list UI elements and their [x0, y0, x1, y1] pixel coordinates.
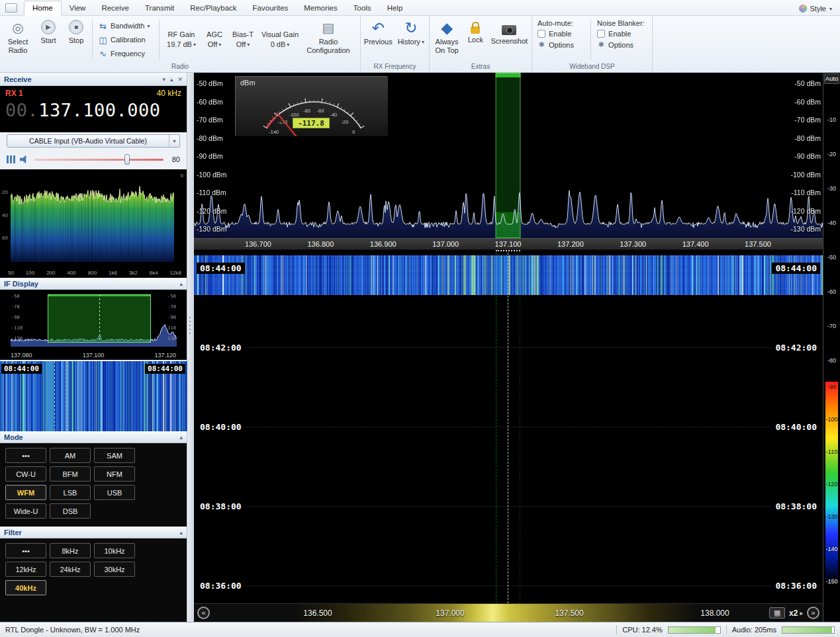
mode-button[interactable]: •••: [5, 448, 46, 463]
mode-button[interactable]: DSB: [50, 503, 91, 519]
filter-button[interactable]: 24kHz: [50, 562, 91, 577]
waterfall-timestamps: 08:44:00 08:44:00 08:42:00 08:42:00 08:4…: [194, 253, 823, 603]
audio-device-select[interactable]: CABLE Input (VB-Audio Virtual Cable) ▾: [7, 134, 180, 148]
auto-scale-button[interactable]: Auto: [824, 73, 839, 84]
mode-button[interactable]: BFM: [50, 466, 91, 482]
panel-collapse-icon[interactable]: ▴: [179, 529, 183, 536]
cpu-meter: [668, 626, 721, 634]
if-x-axis: 137.080137.100137.120: [11, 352, 176, 359]
frequency-digits[interactable]: 00.137.100.000: [5, 100, 181, 120]
select-radio-button[interactable]: ◎ Select Radio: [2, 17, 34, 62]
frequency-navigator[interactable]: « 136.500137.000137.500138.000 ▦ x2 ▸ »: [194, 603, 823, 622]
auto-mute-options-button[interactable]: ✱ Options: [537, 40, 584, 49]
frequency-button[interactable]: ∿ Frequency: [95, 48, 156, 60]
audio-spectrum[interactable]: 204060 0 501002004008001k63k26k412k8: [0, 169, 187, 278]
tuning-marker[interactable]: [496, 250, 520, 251]
ribbon-tab[interactable]: Receive: [93, 1, 137, 15]
visual-gain-button[interactable]: Visual Gain 0 dB▾: [259, 17, 301, 62]
filter-button[interactable]: 8kHz: [50, 543, 91, 558]
volume-track: [34, 159, 163, 161]
chevron-down-icon: ▾: [147, 23, 150, 29]
checkbox-icon[interactable]: [537, 30, 545, 38]
ribbon-tab[interactable]: Favourites: [245, 1, 297, 15]
start-button[interactable]: ▶ Start: [35, 17, 62, 62]
mixer-icon[interactable]: [7, 155, 15, 163]
ribbon-group-radio: ◎ Select Radio ▶ Start ■ Stop ⇆ Bandwidt…: [0, 16, 361, 72]
filter-button[interactable]: 12kHz: [5, 562, 46, 577]
frequency-display[interactable]: RX 1 40 kHz 00.137.100.000: [0, 86, 187, 132]
checkbox-icon[interactable]: [597, 30, 605, 38]
panel-menu-icon[interactable]: ▾: [162, 76, 165, 83]
panel-splitter[interactable]: [187, 73, 194, 622]
filter-button[interactable]: 10kHz: [94, 543, 135, 558]
ribbon-group-rx-frequency: ↶ Previous ↻ History▾ RX Frequency: [361, 16, 430, 72]
panel-collapse-icon[interactable]: ▴: [179, 280, 183, 287]
chevron-down-icon: ▾: [247, 42, 250, 48]
if-spectrum-canvas[interactable]: [11, 291, 177, 347]
waterfall-display[interactable]: 08:44:00 08:44:00 08:42:00 08:42:00 08:4…: [194, 253, 823, 603]
nav-scroll-left-button[interactable]: «: [197, 607, 210, 619]
gear-icon: ✱: [537, 40, 545, 49]
filter-button[interactable]: •••: [5, 543, 46, 558]
ribbon-tab[interactable]: Home: [24, 1, 62, 16]
speaker-icon[interactable]: [20, 155, 30, 164]
style-icon: [799, 5, 807, 13]
lock-button[interactable]: Lock: [463, 17, 487, 62]
history-button[interactable]: ↻ History▾: [395, 17, 427, 62]
bandwidth-button[interactable]: ⇆ Bandwidth ▾: [95, 20, 156, 32]
calibration-button[interactable]: ◫ Calibration: [95, 34, 156, 46]
mode-button[interactable]: SAM: [94, 448, 135, 463]
mode-button[interactable]: USB: [94, 485, 135, 500]
agc-button[interactable]: AGC Off▾: [202, 17, 227, 62]
chevron-down-icon[interactable]: ▾: [169, 135, 179, 147]
nav-scroll-right-button[interactable]: »: [807, 607, 819, 619]
volume-slider-thumb[interactable]: [124, 154, 130, 165]
chevron-down-icon: ▾: [193, 42, 196, 48]
ribbon-group-extras: ◆ Always On Top Lock Screenshot Extras: [430, 16, 532, 72]
filter-button[interactable]: 40kHz: [5, 580, 46, 595]
mode-button[interactable]: Wide-U: [5, 503, 46, 519]
radio-configuration-button[interactable]: ▤ Radio Configuration: [303, 17, 354, 62]
mode-button[interactable]: NFM: [94, 466, 135, 482]
bias-t-button[interactable]: Bias-T Off▾: [228, 17, 257, 62]
ribbon-tab[interactable]: Tools: [346, 1, 379, 15]
filter-button[interactable]: 30kHz: [94, 562, 135, 577]
ribbon-tab[interactable]: Memories: [296, 1, 345, 15]
if-display[interactable]: 137.080137.100137.120: [0, 290, 187, 360]
style-selector[interactable]: Style ▾: [791, 5, 840, 15]
screenshot-button[interactable]: Screenshot: [489, 17, 530, 62]
ribbon-tab[interactable]: Help: [379, 1, 411, 15]
stop-button[interactable]: ■ Stop: [63, 17, 89, 62]
frequency-icon: ∿: [98, 49, 108, 59]
zoom-control[interactable]: x2 ▸: [789, 609, 803, 618]
audio-meter: [782, 626, 835, 634]
volume-slider[interactable]: [34, 154, 163, 165]
chevron-down-icon: ▾: [829, 6, 832, 12]
app-menu-icon[interactable]: [5, 3, 17, 13]
spectrum-x-axis[interactable]: 136.700136.800136.900137.000137.100137.2…: [194, 238, 823, 250]
signal-meter: dBm -117.8: [235, 76, 387, 136]
spectrum-display[interactable]: dBm -117.8 -50 dBm-60 dBm-70 dBm-80 dBm-…: [194, 73, 823, 238]
keyboard-icon[interactable]: ▦: [769, 607, 785, 618]
previous-frequency-button[interactable]: ↶ Previous: [363, 17, 394, 62]
if-waterfall[interactable]: 08:44:00 08:44:00: [0, 361, 187, 431]
panel-close-icon[interactable]: ✕: [177, 76, 183, 83]
ribbon-tab[interactable]: View: [62, 1, 94, 15]
always-on-top-button[interactable]: ◆ Always On Top: [432, 17, 462, 62]
noise-blanker-enable-checkbox[interactable]: Enable: [597, 30, 647, 38]
auto-mute-enable-checkbox[interactable]: Enable: [537, 30, 584, 38]
mode-button[interactable]: LSB: [50, 485, 91, 500]
ribbon-tab[interactable]: Rec/Playback: [182, 1, 244, 15]
waterfall-timestamp-row: 08:40:00 08:40:00: [197, 419, 820, 434]
mode-button[interactable]: WFM: [5, 485, 46, 500]
receive-panel-title: Receive: [4, 75, 32, 83]
mode-button[interactable]: AM: [50, 448, 91, 463]
group-label-rx-frequency: RX Frequency: [361, 63, 429, 72]
rf-gain-button[interactable]: RF Gain 19.7 dB▾: [162, 17, 201, 62]
noise-blanker-options-button[interactable]: ✱ Options: [597, 40, 647, 49]
main-display: dBm -117.8 -50 dBm-60 dBm-70 dBm-80 dBm-…: [194, 73, 823, 622]
panel-collapse-icon[interactable]: ▴: [179, 434, 183, 441]
mode-button[interactable]: CW-U: [5, 466, 46, 482]
ribbon-tab[interactable]: Transmit: [137, 1, 182, 15]
panel-collapse-icon[interactable]: ▴: [170, 76, 173, 83]
